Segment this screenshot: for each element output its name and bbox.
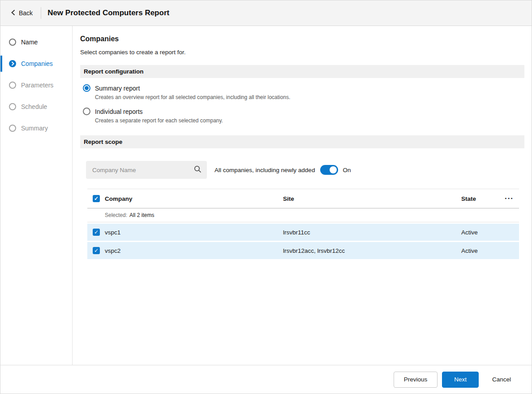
chevron-left-icon [11,9,15,17]
step-circle-icon [9,82,16,89]
sidebar-item-schedule[interactable]: Schedule [0,96,72,117]
wizard-window: Back New Protected Computers Report Name… [0,0,532,394]
radio-description: Creates a separate report for each selec… [95,117,524,124]
back-button[interactable]: Back [8,7,36,20]
toggle-knob [330,166,337,173]
row-checkbox[interactable]: ✓ [93,229,100,236]
selection-summary-prefix: Selected: [105,212,127,218]
table-row[interactable]: ✓ vspc1 lrsvbr11cc Active [87,224,519,241]
step-label: Parameters [21,82,53,89]
radio-description: Creates an overview report for all selec… [95,94,524,100]
selection-summary-value: All 2 items [129,212,154,218]
wizard-steps-sidebar: Name Companies Parameters Schedule Summa… [0,26,73,365]
step-circle-icon [9,103,16,110]
row-checkbox[interactable]: ✓ [93,247,100,254]
report-type-radio-group: Summary report Creates an overview repor… [80,78,524,135]
company-search-box[interactable] [86,161,207,179]
select-all-checkbox[interactable]: ✓ [93,195,100,202]
step-circle-icon [9,125,16,132]
column-header-state[interactable]: State [456,195,502,202]
scope-controls: All companies, including newly added On [86,161,524,179]
sidebar-item-companies[interactable]: Companies [0,53,72,74]
column-menu: ··· [502,195,514,202]
step-label: Summary [21,125,48,132]
companies-table: ✓ Company Site State ··· Selected: All 2… [87,189,519,259]
sidebar-item-parameters[interactable]: Parameters [0,74,72,96]
step-title: Companies [80,35,524,43]
ellipsis-menu-icon[interactable]: ··· [505,194,514,203]
column-header-company[interactable]: Company [100,195,278,202]
cell-site: lrsvbr11cc [278,229,456,236]
back-label: Back [19,9,33,17]
table-row[interactable]: ✓ vspc2 lrsvbr12acc, lrsvbr12cc Active [87,242,519,259]
step-circle-icon [9,39,16,46]
step-label: Companies [21,60,53,67]
main-content: Companies Select companies to create a r… [73,26,532,365]
previous-button[interactable]: Previous [394,372,438,388]
search-input[interactable] [92,167,194,173]
step-label: Schedule [21,103,47,110]
cell-company: vspc1 [100,229,278,236]
section-title: Report configuration [84,68,144,75]
search-icon [194,165,202,175]
section-report-configuration: Report configuration [80,65,524,78]
cell-state: Active [456,229,502,236]
radio-selected-icon[interactable] [83,84,90,92]
cancel-button[interactable]: Cancel [487,372,516,388]
sidebar-item-summary[interactable]: Summary [0,117,72,139]
footer-bar: Previous Next Cancel [0,365,532,394]
section-report-scope: Report scope [80,135,524,148]
section-title: Report scope [84,139,122,145]
step-subtitle: Select companies to create a report for. [80,49,524,56]
step-label: Name [21,39,38,46]
step-active-chevron-icon [9,60,16,67]
radio-individual-reports[interactable]: Individual reports Creates a separate re… [83,108,524,124]
cell-state: Active [456,247,502,254]
radio-summary-report[interactable]: Summary report Creates an overview repor… [83,84,524,100]
toggle-state-label: On [343,167,351,173]
next-button[interactable]: Next [442,372,479,388]
sidebar-item-name[interactable]: Name [0,31,72,53]
cell-site: lrsvbr12acc, lrsvbr12cc [278,247,456,254]
header-bar: Back New Protected Computers Report [0,0,532,26]
all-companies-toggle[interactable] [320,165,338,175]
column-header-site[interactable]: Site [278,195,456,202]
header-divider [41,7,41,19]
radio-unselected-icon[interactable] [83,108,90,115]
radio-label: Summary report [95,85,140,92]
all-companies-toggle-label: All companies, including newly added [215,167,315,173]
selection-summary: Selected: All 2 items [87,208,519,222]
cell-company: vspc2 [100,247,278,254]
radio-label: Individual reports [95,108,143,115]
table-header-row: ✓ Company Site State ··· [87,189,519,208]
page-title: New Protected Computers Report [47,9,169,17]
